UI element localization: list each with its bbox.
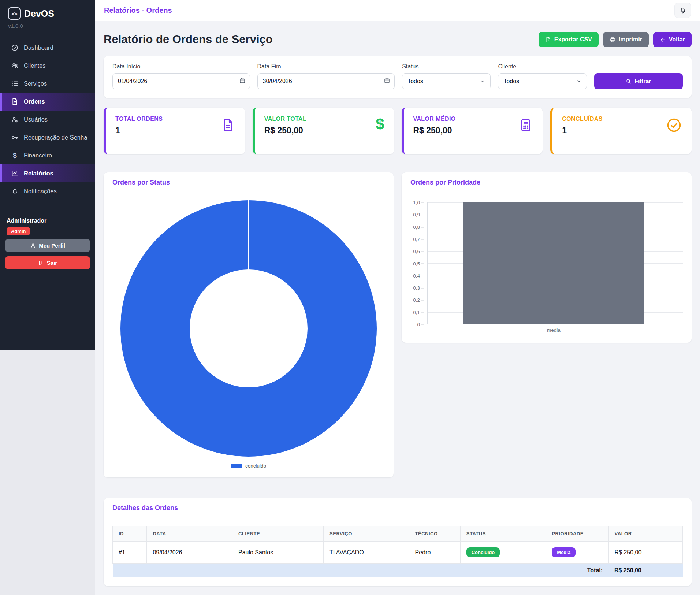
sidebar-item-recuperacao-senha[interactable]: Recuperação de Senha — [0, 129, 95, 146]
col-servico: SERVIÇO — [324, 526, 409, 542]
client-select[interactable]: Todos — [498, 73, 587, 89]
page-header: Relatório de Ordens de Serviço Exportar … — [104, 32, 692, 47]
page-actions: Exportar CSV Imprimir Voltar — [539, 32, 692, 47]
sidebar-item-label: Dashboard — [24, 44, 53, 51]
cell-priority: Média — [546, 542, 608, 564]
sidebar-item-clientes[interactable]: Clientes — [0, 57, 95, 75]
y-tick: 1,0 — [413, 200, 424, 205]
logout-button-label: Sair — [47, 260, 57, 266]
date-start-label: Data Início — [112, 63, 250, 70]
profile-button[interactable]: Meu Perfil — [5, 239, 90, 252]
y-tick: 0,6 — [413, 249, 424, 254]
stat-cards: TOTAL ORDENS 1 VALOR TOTAL R$ 250,00 $ V… — [104, 108, 692, 154]
sidebar-item-financeiro[interactable]: $ Financeiro — [0, 146, 95, 164]
calendar-icon[interactable] — [384, 77, 390, 85]
app-version: v1.0.0 — [8, 23, 87, 29]
client-label: Cliente — [498, 63, 587, 70]
back-button[interactable]: Voltar — [653, 32, 692, 47]
y-tick: 0,4 — [413, 273, 424, 278]
stat-total-ordens: TOTAL ORDENS 1 — [104, 108, 245, 154]
csv-file-icon — [545, 37, 551, 43]
cell-date: 09/04/2026 — [147, 542, 232, 564]
date-end-input[interactable] — [257, 73, 395, 89]
logo-block: <> DevOS v1.0.0 — [0, 0, 95, 34]
printer-icon — [610, 37, 616, 43]
logout-icon — [38, 260, 44, 266]
status-select-value: Todos — [407, 78, 423, 85]
topbar: Relatórios - Ordens — [95, 0, 700, 21]
bell-icon — [679, 7, 686, 14]
gauge-icon — [11, 44, 19, 52]
stat-value: 1 — [115, 126, 163, 135]
date-start-input[interactable] — [112, 73, 250, 89]
print-label: Imprimir — [619, 36, 642, 43]
sidebar-item-notificacoes[interactable]: Notificações — [0, 182, 95, 200]
stat-value: 1 — [562, 126, 603, 135]
status-label: Status — [402, 63, 491, 70]
calculator-icon — [518, 117, 533, 135]
y-tick: 0,5 — [413, 261, 424, 266]
sidebar-item-relatorios[interactable]: Relatórios — [0, 164, 95, 182]
filter-client: Cliente Todos — [498, 63, 587, 89]
cell-client: Paulo Santos — [232, 542, 323, 564]
print-button[interactable]: Imprimir — [603, 32, 649, 47]
filter-bar: Data Início Data Fim Status — [104, 56, 692, 98]
sidebar-item-label: Notificações — [24, 188, 57, 195]
donut-legend[interactable]: concluido — [231, 463, 266, 469]
cell-technician: Pedro — [409, 542, 460, 564]
export-csv-label: Exportar CSV — [554, 36, 592, 43]
table-header-row: ID DATA CLIENTE SERVIÇO TÉCNICO STATUS P… — [113, 526, 683, 542]
priority-chart-card: Ordens por Prioridade 1,0 0,9 0,8 0,7 0,… — [402, 172, 692, 343]
person-icon — [30, 243, 36, 249]
client-select-value: Todos — [503, 78, 519, 85]
stat-label: VALOR MÉDIO — [413, 116, 456, 122]
y-tick: 0,8 — [413, 224, 424, 230]
y-tick: 0,7 — [413, 236, 424, 242]
sidebar-item-usuarios[interactable]: Usuários — [0, 111, 95, 129]
app-name: DevOS — [24, 8, 54, 19]
y-axis: 1,0 0,9 0,8 0,7 0,6 0,5 0,4 0,3 0,2 0,1 … — [410, 202, 427, 324]
bell-icon — [11, 187, 19, 195]
status-badge: Concluído — [466, 547, 500, 557]
sidebar-item-label: Clientes — [24, 62, 46, 69]
donut-ring — [120, 200, 377, 457]
breadcrumb: Relatórios - Ordens — [104, 6, 172, 15]
main-area: Relatórios - Ordens Relatório de Ordens … — [95, 0, 700, 595]
plot-area — [427, 202, 683, 324]
user-gear-icon — [11, 116, 19, 123]
total-value: R$ 250,00 — [608, 564, 682, 578]
stat-valor-medio: VALOR MÉDIO R$ 250,00 — [402, 108, 543, 154]
file-icon — [221, 117, 235, 135]
calendar-icon[interactable] — [239, 77, 246, 85]
search-icon — [626, 78, 632, 84]
logout-button[interactable]: Sair — [5, 256, 90, 269]
stat-value: R$ 250,00 — [413, 126, 456, 135]
sidebar-item-servicos[interactable]: Serviços — [0, 75, 95, 93]
y-tick: 0,2 — [413, 297, 424, 303]
filter-date-end: Data Fim — [257, 63, 395, 89]
profile-button-label: Meu Perfil — [39, 242, 65, 249]
chevron-down-icon — [480, 79, 485, 84]
stat-concluidas: CONCLUÍDAS 1 — [550, 108, 692, 154]
table-total-row: Total: R$ 250,00 — [113, 564, 683, 578]
y-tick: 0,1 — [413, 309, 424, 315]
export-csv-button[interactable]: Exportar CSV — [539, 32, 599, 47]
sidebar-nav: Dashboard Clientes Serviços Ordens Usuár… — [0, 34, 95, 200]
sidebar-item-ordens[interactable]: Ordens — [0, 93, 95, 111]
status-select[interactable]: Todos — [402, 73, 491, 89]
chevron-down-icon — [576, 79, 581, 84]
sidebar-item-label: Relatórios — [24, 170, 53, 177]
col-id: ID — [113, 526, 147, 542]
status-chart-card: Ordens por Status concluido — [104, 172, 394, 477]
notifications-button[interactable] — [674, 3, 691, 18]
legend-swatch — [231, 464, 242, 468]
file-icon — [11, 98, 19, 105]
dollar-icon: $ — [11, 152, 19, 160]
sidebar-item-dashboard[interactable]: Dashboard — [0, 39, 95, 57]
filter-button[interactable]: Filtrar — [594, 73, 683, 89]
stat-value: R$ 250,00 — [264, 126, 307, 135]
table-row[interactable]: #1 09/04/2026 Paulo Santos TI AVAÇADO Pe… — [113, 542, 683, 564]
stat-label: CONCLUÍDAS — [562, 116, 603, 122]
col-data: DATA — [147, 526, 232, 542]
sidebar-user-block: Administrador Admin Meu Perfil Sair — [0, 211, 95, 269]
